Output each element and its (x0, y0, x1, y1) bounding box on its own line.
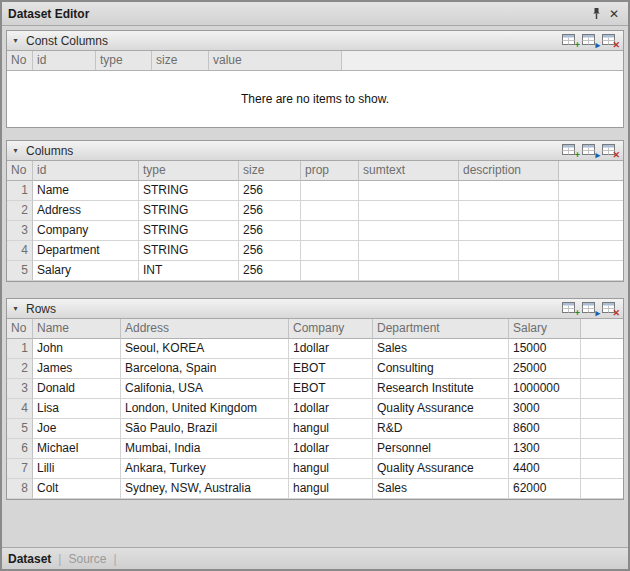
add-row-icon[interactable]: + (562, 301, 579, 316)
data-cell[interactable]: Personnel (373, 439, 509, 459)
data-cell[interactable]: Michael (33, 439, 121, 459)
column-header-no[interactable]: No (7, 51, 33, 71)
row-number-cell[interactable]: 2 (7, 359, 33, 379)
data-cell[interactable]: 15000 (509, 339, 581, 359)
column-header-name[interactable]: Name (33, 319, 121, 339)
tab-dataset[interactable]: Dataset (8, 552, 51, 566)
data-cell[interactable]: Donald (33, 379, 121, 399)
column-header-company[interactable]: Company (289, 319, 373, 339)
data-cell[interactable]: Sydney, NSW, Australia (121, 479, 289, 499)
data-cell[interactable]: EBOT (289, 359, 373, 379)
data-cell[interactable] (359, 201, 459, 221)
column-header-id[interactable]: id (33, 51, 96, 71)
data-cell[interactable]: 1dollar (289, 399, 373, 419)
collapse-icon[interactable]: ▾ (9, 34, 22, 47)
data-cell[interactable]: Research Institute (373, 379, 509, 399)
row-number-cell[interactable]: 4 (7, 241, 33, 261)
data-cell[interactable] (301, 181, 359, 201)
data-cell[interactable]: 4400 (509, 459, 581, 479)
data-cell[interactable] (359, 241, 459, 261)
close-icon[interactable]: ✕ (606, 6, 622, 22)
column-header-address[interactable]: Address (121, 319, 289, 339)
delete-row-icon[interactable]: ✕ (602, 143, 619, 158)
column-header-prop[interactable]: prop (301, 161, 359, 181)
delete-row-icon[interactable]: ✕ (602, 301, 619, 316)
row-number-cell[interactable]: 8 (7, 479, 33, 499)
row-number-cell[interactable]: 2 (7, 201, 33, 221)
data-cell[interactable]: INT (139, 261, 239, 281)
data-cell[interactable]: James (33, 359, 121, 379)
data-cell[interactable]: Quality Assurance (373, 399, 509, 419)
data-cell[interactable]: 256 (239, 181, 301, 201)
data-cell[interactable] (301, 221, 359, 241)
column-header-sumtext[interactable]: sumtext (359, 161, 459, 181)
data-cell[interactable]: 25000 (509, 359, 581, 379)
column-header-size[interactable]: size (239, 161, 301, 181)
data-cell[interactable]: Lisa (33, 399, 121, 419)
data-cell[interactable]: hangul (289, 479, 373, 499)
data-cell[interactable]: 1000000 (509, 379, 581, 399)
column-header-description[interactable]: description (459, 161, 559, 181)
row-number-cell[interactable]: 1 (7, 181, 33, 201)
data-cell[interactable] (459, 241, 559, 261)
insert-row-icon[interactable]: ▸ (582, 33, 599, 48)
row-number-cell[interactable]: 5 (7, 419, 33, 439)
data-cell[interactable]: Quality Assurance (373, 459, 509, 479)
column-header-id[interactable]: id (33, 161, 139, 181)
data-cell[interactable] (459, 261, 559, 281)
data-cell[interactable]: Sales (373, 479, 509, 499)
add-row-icon[interactable]: + (562, 143, 579, 158)
data-cell[interactable]: Salary (33, 261, 139, 281)
data-cell[interactable]: Consulting (373, 359, 509, 379)
data-cell[interactable]: Company (33, 221, 139, 241)
data-cell[interactable]: hangul (289, 419, 373, 439)
insert-row-icon[interactable]: ▸ (582, 143, 599, 158)
column-header-size[interactable]: size (152, 51, 209, 71)
column-header-no[interactable]: No (7, 319, 33, 339)
data-cell[interactable]: Joe (33, 419, 121, 439)
data-cell[interactable]: Mumbai, India (121, 439, 289, 459)
data-cell[interactable] (459, 221, 559, 241)
data-cell[interactable]: Sales (373, 339, 509, 359)
data-cell[interactable] (301, 241, 359, 261)
data-cell[interactable] (301, 261, 359, 281)
data-cell[interactable] (359, 181, 459, 201)
column-header-type[interactable]: type (139, 161, 239, 181)
data-cell[interactable]: Barcelona, Spain (121, 359, 289, 379)
tab-source[interactable]: Source (68, 552, 106, 566)
data-cell[interactable] (459, 181, 559, 201)
data-cell[interactable]: London, United Kingdom (121, 399, 289, 419)
data-cell[interactable]: 256 (239, 261, 301, 281)
data-cell[interactable] (359, 261, 459, 281)
row-number-cell[interactable]: 3 (7, 379, 33, 399)
data-cell[interactable]: Lilli (33, 459, 121, 479)
column-header-value[interactable]: value (209, 51, 342, 71)
collapse-icon[interactable]: ▾ (9, 144, 22, 157)
data-cell[interactable]: Address (33, 201, 139, 221)
pin-icon[interactable] (588, 6, 604, 22)
row-number-cell[interactable]: 3 (7, 221, 33, 241)
data-cell[interactable]: hangul (289, 459, 373, 479)
data-cell[interactable]: 256 (239, 221, 301, 241)
data-cell[interactable] (459, 201, 559, 221)
data-cell[interactable]: STRING (139, 181, 239, 201)
data-cell[interactable]: R&D (373, 419, 509, 439)
row-number-cell[interactable]: 5 (7, 261, 33, 281)
data-cell[interactable] (301, 201, 359, 221)
data-cell[interactable]: John (33, 339, 121, 359)
data-cell[interactable]: 1300 (509, 439, 581, 459)
data-cell[interactable]: STRING (139, 241, 239, 261)
data-cell[interactable]: São Paulo, Brazil (121, 419, 289, 439)
data-cell[interactable]: 1dollar (289, 439, 373, 459)
delete-row-icon[interactable]: ✕ (602, 33, 619, 48)
data-cell[interactable]: Colt (33, 479, 121, 499)
data-cell[interactable]: Califonia, USA (121, 379, 289, 399)
row-number-cell[interactable]: 4 (7, 399, 33, 419)
column-header-type[interactable]: type (96, 51, 152, 71)
data-cell[interactable]: EBOT (289, 379, 373, 399)
row-number-cell[interactable]: 6 (7, 439, 33, 459)
data-cell[interactable]: Department (33, 241, 139, 261)
data-cell[interactable]: STRING (139, 201, 239, 221)
data-cell[interactable] (359, 221, 459, 241)
data-cell[interactable]: 3000 (509, 399, 581, 419)
